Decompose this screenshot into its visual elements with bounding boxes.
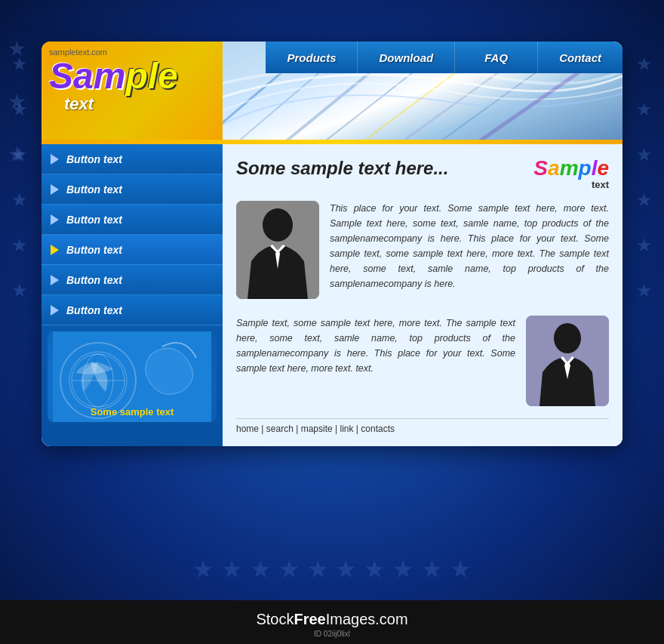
person-svg-2	[526, 316, 609, 406]
watermark-id: ID 02iij0lixl	[0, 630, 664, 638]
logo-letter-e: e	[597, 156, 609, 180]
sidebar-btn-6[interactable]: Button text	[42, 295, 223, 325]
logo-text: Sample	[49, 58, 215, 94]
content-header: Some sample text here... Sample text	[236, 158, 609, 190]
main-content: Button text Button text Button text Butt…	[42, 144, 622, 446]
content-area: Some sample text here... Sample text	[223, 144, 622, 446]
sidebar-btn-text-6: Button text	[66, 304, 122, 316]
sidebar-btn-text-3: Button text	[66, 214, 122, 226]
sidebar-btn-3[interactable]: Button text	[42, 205, 223, 235]
footer-link-home[interactable]: home	[236, 424, 259, 434]
logo-sub: text	[64, 94, 215, 114]
sidebar-btn-4[interactable]: Button text	[42, 235, 223, 265]
footer-link-link[interactable]: link	[340, 424, 353, 434]
watermark-stock: Stock	[256, 611, 294, 627]
person-image-2	[526, 316, 609, 406]
sidebar-arrow-3	[51, 214, 59, 225]
nav-faq[interactable]: FAQ	[455, 42, 538, 73]
sidebar: Button text Button text Button text Butt…	[42, 144, 223, 446]
logo-letter-m: m	[560, 156, 579, 180]
watermark-free: Free	[294, 611, 325, 627]
sidebar-arrow-6	[51, 305, 59, 316]
logo-area: sampletext.com Sample text	[42, 42, 223, 140]
footer-links: home | search | mapsite | link | contact…	[236, 418, 609, 434]
watermark-images: Images.com	[326, 611, 408, 627]
sidebar-btn-text-1: Button text	[66, 153, 122, 165]
footer-link-mapsite[interactable]: mapsite	[301, 424, 333, 434]
content-logo-sub: text	[533, 179, 609, 190]
nav-download[interactable]: Download	[358, 42, 455, 73]
website-container: sampletext.com Sample text	[42, 42, 622, 446]
second-section: Sample text, some sample text here, more…	[236, 316, 609, 406]
watermark-text: StockFreeImages.com	[0, 611, 664, 628]
bottom-bar: StockFreeImages.com ID 02iij0lixl	[0, 600, 664, 644]
sidebar-btn-text-4: Button text	[66, 244, 122, 256]
sidebar-image-label: Some sample text	[48, 406, 217, 418]
logo-letter-a: a	[548, 156, 560, 180]
header-right: Products Download FAQ Contact	[223, 42, 622, 140]
person-svg-1	[236, 201, 319, 299]
svg-point-15	[263, 208, 293, 242]
logo-sample: Sam	[49, 56, 125, 96]
header: sampletext.com Sample text	[42, 42, 622, 140]
logo-le: ple	[125, 56, 177, 96]
sidebar-image-box: Some sample text	[48, 331, 217, 422]
footer-link-search[interactable]: search	[266, 424, 294, 434]
sidebar-btn-text-2: Button text	[66, 183, 122, 196]
nav-bar: Products Download FAQ Contact	[266, 42, 622, 73]
sidebar-arrow-2	[51, 184, 59, 195]
svg-point-17	[554, 323, 581, 353]
nav-products[interactable]: Products	[266, 42, 358, 73]
right-stars: ★★★★★★	[636, 42, 653, 313]
bottom-stars: ★ ★ ★ ★ ★ ★ ★ ★ ★ ★	[0, 555, 664, 584]
sidebar-arrow-1	[51, 154, 59, 165]
sidebar-btn-1[interactable]: Button text	[42, 144, 223, 174]
first-section: This place for your text. Some sample te…	[236, 201, 609, 304]
sidebar-arrow-4-yellow	[51, 245, 59, 255]
footer-link-contacts[interactable]: contacts	[361, 424, 395, 434]
content-title: Some sample text here...	[236, 158, 533, 179]
nav-contact[interactable]: Contact	[538, 42, 622, 73]
left-stars: ★★★★★★	[11, 42, 28, 313]
paragraph-1: This place for your text. Some sample te…	[330, 201, 609, 294]
content-logo: Sample	[533, 158, 609, 179]
paragraph-2: Sample text, some sample text here, more…	[236, 316, 515, 397]
sidebar-btn-2[interactable]: Button text	[42, 174, 223, 205]
logo-letter-p: p	[579, 156, 592, 180]
sidebar-btn-5[interactable]: Button text	[42, 265, 223, 295]
sidebar-btn-text-5: Button text	[66, 274, 122, 286]
logo-letter-s: S	[533, 156, 548, 180]
content-logo-block: Sample text	[533, 158, 609, 190]
sidebar-arrow-5	[51, 275, 59, 285]
person-image-1	[236, 201, 319, 299]
